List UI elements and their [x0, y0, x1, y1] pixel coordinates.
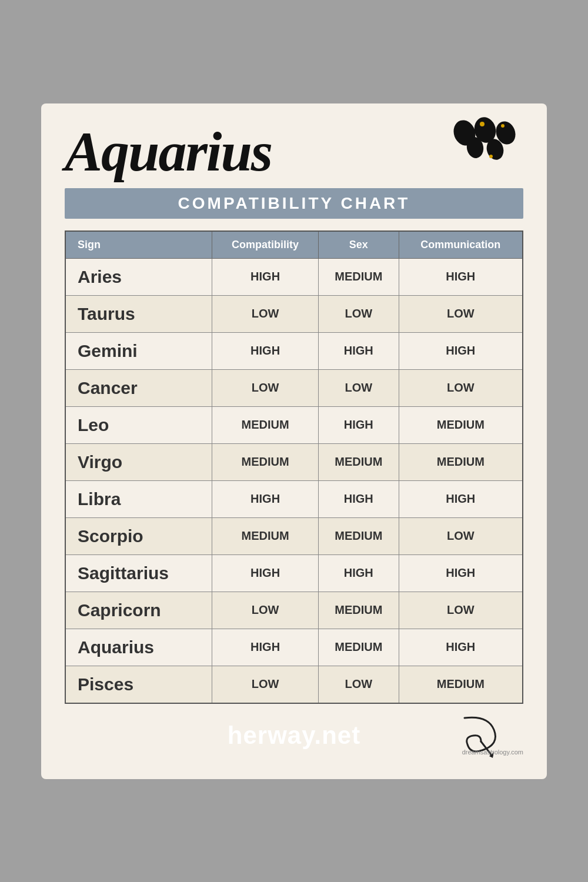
footer: herway.net dreamsastrology.com — [65, 721, 523, 750]
compatibility-cell: LOW — [212, 592, 319, 629]
col-compatibility: Compatibility — [212, 231, 319, 259]
sex-cell: LOW — [318, 369, 399, 406]
table-row: GeminiHIGHHIGHHIGH — [65, 332, 523, 369]
sex-cell: HIGH — [318, 554, 399, 592]
sign-cell: Leo — [65, 406, 212, 443]
compatibility-cell: MEDIUM — [212, 517, 319, 554]
table-header-row: Sign Compatibility Sex Communication — [65, 231, 523, 259]
col-sex: Sex — [318, 231, 399, 259]
table-row: LibraHIGHHIGHHIGH — [65, 480, 523, 517]
table-row: CancerLOWLOWLOW — [65, 369, 523, 406]
subtitle-banner: COMPATIBILITY CHART — [65, 188, 523, 219]
compatibility-cell: LOW — [212, 295, 319, 332]
sign-cell: Libra — [65, 480, 212, 517]
compatibility-cell: LOW — [212, 369, 319, 406]
sex-cell: HIGH — [318, 406, 399, 443]
sign-cell: Cancer — [65, 369, 212, 406]
page-title: Aquarius — [65, 123, 272, 180]
table-row: VirgoMEDIUMMEDIUMMEDIUM — [65, 443, 523, 480]
col-sign: Sign — [65, 231, 212, 259]
table-row: SagittariusHIGHHIGHHIGH — [65, 554, 523, 592]
footer-attribution: dreamsastrology.com — [462, 749, 523, 756]
compatibility-table: Sign Compatibility Sex Communication Ari… — [65, 230, 523, 704]
table-row: PiscesLOWLOWMEDIUM — [65, 666, 523, 703]
table-row: CapricornLOWMEDIUMLOW — [65, 592, 523, 629]
communication-cell: HIGH — [399, 332, 523, 369]
compatibility-cell: HIGH — [212, 332, 319, 369]
sex-cell: LOW — [318, 666, 399, 703]
communication-cell: HIGH — [399, 629, 523, 666]
communication-cell: HIGH — [399, 554, 523, 592]
sex-cell: HIGH — [318, 332, 399, 369]
table-row: AriesHIGHMEDIUMHIGH — [65, 258, 523, 295]
sign-cell: Sagittarius — [65, 554, 212, 592]
communication-cell: MEDIUM — [399, 666, 523, 703]
table-row: TaurusLOWLOWLOW — [65, 295, 523, 332]
sex-cell: MEDIUM — [318, 629, 399, 666]
communication-cell: LOW — [399, 369, 523, 406]
sex-cell: LOW — [318, 295, 399, 332]
sign-cell: Pisces — [65, 666, 212, 703]
compatibility-cell: MEDIUM — [212, 443, 319, 480]
compatibility-cell: HIGH — [212, 480, 319, 517]
sex-cell: MEDIUM — [318, 443, 399, 480]
aquarius-symbol-image — [447, 115, 523, 182]
compatibility-cell: MEDIUM — [212, 406, 319, 443]
col-communication: Communication — [399, 231, 523, 259]
communication-cell: HIGH — [399, 480, 523, 517]
header: Aquarius — [65, 121, 523, 182]
sign-cell: Virgo — [65, 443, 212, 480]
main-card: Aquarius COMPATIBILITY CHART — [41, 103, 547, 779]
compatibility-cell: HIGH — [212, 554, 319, 592]
sign-cell: Capricorn — [65, 592, 212, 629]
sex-cell: MEDIUM — [318, 517, 399, 554]
compatibility-cell: HIGH — [212, 629, 319, 666]
svg-point-6 — [501, 124, 505, 128]
communication-cell: LOW — [399, 592, 523, 629]
communication-cell: LOW — [399, 517, 523, 554]
communication-cell: HIGH — [399, 258, 523, 295]
sign-cell: Gemini — [65, 332, 212, 369]
sign-cell: Taurus — [65, 295, 212, 332]
table-row: LeoMEDIUMHIGHMEDIUM — [65, 406, 523, 443]
sign-cell: Aquarius — [65, 629, 212, 666]
compatibility-cell: LOW — [212, 666, 319, 703]
communication-cell: MEDIUM — [399, 406, 523, 443]
sign-cell: Scorpio — [65, 517, 212, 554]
sign-cell: Aries — [65, 258, 212, 295]
sex-cell: HIGH — [318, 480, 399, 517]
sex-cell: MEDIUM — [318, 258, 399, 295]
communication-cell: MEDIUM — [399, 443, 523, 480]
compatibility-cell: HIGH — [212, 258, 319, 295]
table-row: AquariusHIGHMEDIUMHIGH — [65, 629, 523, 666]
svg-point-7 — [489, 155, 493, 158]
sex-cell: MEDIUM — [318, 592, 399, 629]
table-row: ScorpioMEDIUMMEDIUMLOW — [65, 517, 523, 554]
communication-cell: LOW — [399, 295, 523, 332]
svg-point-5 — [480, 122, 485, 126]
